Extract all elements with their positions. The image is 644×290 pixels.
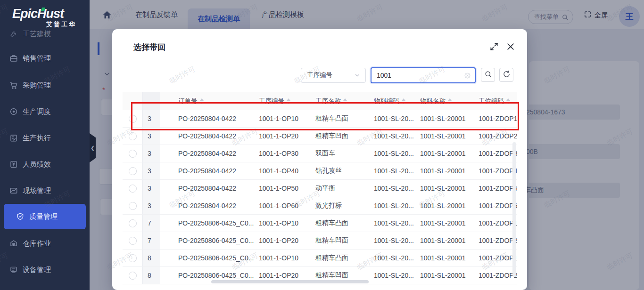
cell-station_code: 1001-ZDOP1 [477, 215, 517, 232]
row-radio[interactable] [129, 185, 137, 193]
warehouse-icon [9, 239, 18, 248]
sidebar-item-9[interactable]: 仓库作业 [0, 234, 90, 253]
sidebar-item-2[interactable]: 销售管理 [0, 49, 90, 68]
cell-material_code: 1001-SL-20... [372, 267, 418, 284]
performance-icon [9, 160, 18, 169]
table-row-6[interactable]: 3PO-20250804-04221001-1-OP60激光打标1001-SL-… [123, 197, 517, 215]
shield-icon [16, 212, 25, 221]
cell-material_name: 1001-SL-20001 [418, 267, 477, 284]
cell-material_name: 1001-SL-20001 [418, 232, 477, 249]
annotation-highlight-box [131, 102, 519, 130]
sidebar-item-4[interactable]: 生产调度 [0, 102, 90, 121]
sidebar-item-label: 仓库作业 [23, 239, 51, 248]
sidebar-collapse-handle[interactable]: ❮ [90, 133, 96, 162]
table-row-9[interactable]: 8PO-20250806-0425_C0...1001-1-OP10粗精车凸面1… [123, 250, 517, 267]
sidebar-item-label: 人员绩效 [23, 160, 51, 169]
row-radio[interactable] [129, 202, 137, 210]
cell-material_code: 1001-SL-20... [372, 197, 418, 214]
cell-material_name: 1001-SL-20001 [418, 250, 477, 266]
row-radio[interactable] [129, 132, 137, 140]
sidebar-item-5[interactable]: 生产执行 [0, 129, 90, 147]
cell-material_code: 1001-SL-20... [372, 145, 418, 162]
cell-seq: 8 [142, 267, 160, 284]
sidebar-item-label: 工艺建模 [23, 30, 51, 39]
select-return-modal: 选择带回 工序编号 1001 [112, 29, 527, 290]
refresh-icon [503, 70, 511, 80]
keyword-value: 1001 [377, 72, 464, 79]
cell-material_code: 1001-SL-20... [372, 162, 418, 179]
cell-op_name: 粗精车凸面 [314, 215, 372, 232]
refresh-button[interactable] [499, 68, 513, 82]
cell-seq: 3 [142, 145, 160, 162]
briefcase-icon [9, 54, 18, 63]
cell-order_no: PO-20250804-0422 [160, 180, 257, 197]
sidebar-item-label: 生产执行 [23, 134, 51, 143]
search-button[interactable] [481, 68, 495, 82]
clear-icon[interactable] [464, 72, 471, 79]
sidebar-item-7[interactable]: 现场管理 [0, 181, 90, 200]
table-row-7[interactable]: 7PO-20250806-0425_C0...1001-1-OP10粗精车凸面1… [123, 215, 517, 232]
dispatch-icon [9, 107, 18, 116]
equipment-icon [9, 266, 18, 274]
logo: EpicHust 艾普工华 [0, 0, 90, 28]
cell-seq: 8 [142, 250, 160, 266]
close-icon[interactable] [506, 42, 515, 51]
expand-icon[interactable] [489, 42, 499, 51]
filter-field-select[interactable]: 工序编号 [301, 68, 366, 83]
cell-order_no: PO-20250806-0425_C0... [160, 215, 257, 232]
cell-op_name: 粗精车凸面 [314, 250, 372, 266]
cell-material_code: 1001-SL-20... [372, 232, 418, 249]
cell-op_name: 双面车 [314, 145, 372, 162]
cell-station_code: 1001-ZDOP3 [477, 145, 517, 162]
sidebar-item-6[interactable]: 人员绩效 [0, 155, 90, 174]
cell-seq: 7 [142, 232, 160, 249]
sidebar-item-label: 现场管理 [23, 186, 51, 195]
sidebar-item-8[interactable]: 质量管理 [4, 204, 86, 229]
row-radio[interactable] [129, 219, 137, 227]
sidebar-item-label: 采购管理 [23, 81, 51, 90]
table-row-4[interactable]: 3PO-20250804-04221001-1-OP40钻孔攻丝1001-SL-… [123, 162, 517, 180]
site-icon [9, 186, 18, 195]
sidebar-item-label: 销售管理 [23, 54, 51, 63]
sidebar-item-label: 生产调度 [23, 107, 51, 116]
cell-order_no: PO-20250804-0422 [160, 197, 257, 214]
cell-material_name: 1001-SL-20001 [418, 180, 477, 197]
cell-order_no: PO-20250804-0422 [160, 145, 257, 162]
cell-material_name: 1001-SL-20001 [418, 197, 477, 214]
filter-field-value: 工序编号 [307, 71, 354, 80]
row-radio[interactable] [129, 167, 137, 175]
row-radio[interactable] [129, 272, 137, 280]
sidebar-item-label: 设备管理 [23, 266, 51, 274]
sidebar: 工艺建模销售管理采购管理生产调度生产执行人员绩效现场管理质量管理仓库作业设备管理… [0, 0, 90, 290]
row-radio[interactable] [129, 254, 137, 262]
row-radio[interactable] [129, 150, 137, 158]
cell-material_code: 1001-SL-20... [372, 180, 418, 197]
cell-seq: 3 [142, 197, 160, 214]
cell-op_name: 动平衡 [314, 180, 372, 197]
logo-brand: EpicHust [12, 7, 64, 21]
cell-op_code: 1001-1-OP50 [257, 180, 314, 197]
cell-station_code: 1001-ZDOP1 [477, 250, 517, 266]
cell-material_code: 1001-SL-20... [372, 250, 418, 266]
table-row-8[interactable]: 7PO-20250806-0425_C0...1001-1-OP20粗精车凹面1… [123, 232, 517, 250]
cell-material_name: 1001-SL-20001 [418, 162, 477, 179]
vertical-scrollbar[interactable] [512, 142, 516, 277]
table-row-5[interactable]: 3PO-20250804-04221001-1-OP50动平衡1001-SL-2… [123, 180, 517, 197]
cell-seq: 7 [142, 215, 160, 232]
search-icon [484, 70, 492, 80]
cell-order_no: PO-20250806-0425_C0... [160, 250, 257, 266]
cell-op_name: 钻孔攻丝 [314, 162, 372, 179]
keyword-input[interactable]: 1001 [371, 67, 476, 83]
chevron-down-icon [354, 72, 361, 79]
row-radio[interactable] [129, 237, 137, 245]
sidebar-item-3[interactable]: 采购管理 [0, 76, 90, 95]
sidebar-item-10[interactable]: 设备管理 [0, 260, 90, 279]
table-row-3[interactable]: 3PO-20250804-04221001-1-OP30双面车1001-SL-2… [123, 145, 517, 162]
cell-station_code: 1001-ZDOP2 [477, 267, 517, 284]
cell-material_code: 1001-SL-20... [372, 215, 418, 232]
execute-icon [9, 134, 18, 142]
horizontal-scrollbar[interactable] [211, 280, 369, 283]
modal-title: 选择带回 [133, 42, 165, 53]
cell-order_no: PO-20250806-0425_C0... [160, 232, 257, 249]
cell-op_code: 1001-1-OP60 [257, 197, 314, 214]
